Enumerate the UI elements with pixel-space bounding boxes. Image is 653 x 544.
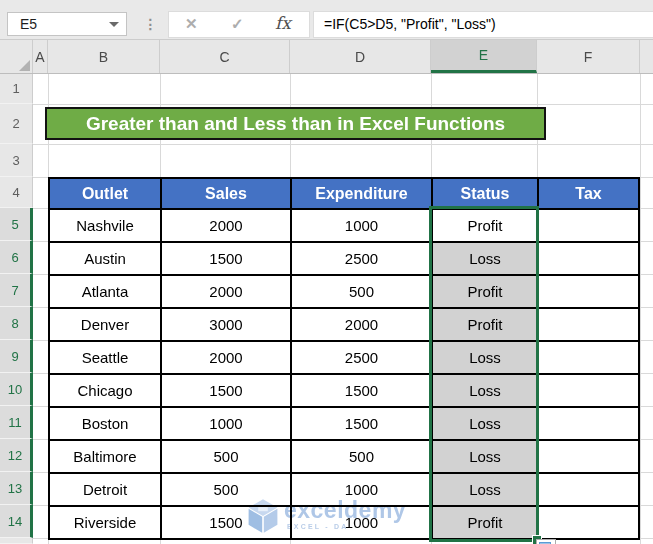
cell-d12[interactable]: 500 [291, 440, 432, 473]
cell-c7[interactable]: 2000 [161, 275, 291, 308]
table-row: Atlanta2000500Profit [49, 275, 639, 308]
name-box-dropdown-icon[interactable] [109, 22, 119, 27]
cell-c9[interactable]: 2000 [161, 341, 291, 374]
row-header-4[interactable]: 4 [0, 177, 33, 208]
cell-b7[interactable]: Atlanta [49, 275, 161, 308]
cell-f10[interactable] [538, 374, 639, 407]
cell-c10[interactable]: 1500 [161, 374, 291, 407]
row-header-13[interactable]: 13 [0, 472, 33, 505]
cancel-icon[interactable]: ✕ [185, 15, 198, 33]
cell-f11[interactable] [538, 407, 639, 440]
cell-d14[interactable]: 1000 [291, 506, 432, 539]
cell-c11[interactable]: 1000 [161, 407, 291, 440]
column-header-d[interactable]: D [290, 40, 431, 73]
cell-e9[interactable]: Loss [432, 341, 538, 374]
table-row: Baltimore500500Loss [49, 440, 639, 473]
cell-d11[interactable]: 1500 [291, 407, 432, 440]
row-header-8[interactable]: 8 [0, 307, 33, 340]
cell-d9[interactable]: 2500 [291, 341, 432, 374]
cell-f8[interactable] [538, 308, 639, 341]
cell-f12[interactable] [538, 440, 639, 473]
cell-b8[interactable]: Denver [49, 308, 161, 341]
name-box-value: E5 [8, 16, 109, 32]
cell-c12[interactable]: 500 [161, 440, 291, 473]
table-row: Detroit5001000Loss [49, 473, 639, 506]
cell-f9[interactable] [538, 341, 639, 374]
cell-d7[interactable]: 500 [291, 275, 432, 308]
row-header-11[interactable]: 11 [0, 406, 33, 439]
cell-e10[interactable]: Loss [432, 374, 538, 407]
enter-icon[interactable]: ✓ [231, 15, 244, 33]
formula-buttons: ✕ ✓ fx [168, 11, 310, 38]
name-box[interactable]: E5 [7, 12, 127, 36]
title-banner[interactable]: Greater than and Less than in Excel Func… [45, 107, 546, 140]
column-header-a[interactable]: A [33, 40, 48, 73]
row-header-12[interactable]: 12 [0, 439, 33, 472]
cell-e13[interactable]: Loss [432, 473, 538, 506]
row-header-15-partial[interactable] [0, 538, 33, 544]
table-row: Boston10001500Loss [49, 407, 639, 440]
table-row: Nashvile20001000Profit [49, 209, 639, 242]
cell-f14[interactable] [538, 506, 639, 539]
cell-d6[interactable]: 2500 [291, 242, 432, 275]
cell-e7[interactable]: Profit [432, 275, 538, 308]
cell-c6[interactable]: 1500 [161, 242, 291, 275]
cell-c5[interactable]: 2000 [161, 209, 291, 242]
table-row: Austin15002500Loss [49, 242, 639, 275]
excel-window: E5 ⋮ ✕ ✓ fx =IF(C5>D5, "Profit", "Loss")… [0, 0, 653, 544]
cell-b5[interactable]: Nashvile [49, 209, 161, 242]
cell-e5[interactable]: Profit [432, 209, 538, 242]
table-header-tax[interactable]: Tax [538, 178, 639, 209]
column-header-e[interactable]: E [431, 40, 537, 73]
cell-f5[interactable] [538, 209, 639, 242]
cell-f7[interactable] [538, 275, 639, 308]
formula-input[interactable]: =IF(C5>D5, "Profit", "Loss") [313, 11, 653, 38]
column-header-f[interactable]: F [537, 40, 640, 73]
row-header-14[interactable]: 14 [0, 505, 33, 538]
column-header-c[interactable]: C [160, 40, 290, 73]
gridline [33, 144, 653, 145]
cell-b13[interactable]: Detroit [49, 473, 161, 506]
cell-e14[interactable]: Profit [432, 506, 538, 539]
cell-d13[interactable]: 1000 [291, 473, 432, 506]
row-header-9[interactable]: 9 [0, 340, 33, 373]
cell-f13[interactable] [538, 473, 639, 506]
formula-value: =IF(C5>D5, "Profit", "Loss") [324, 16, 496, 32]
cell-b6[interactable]: Austin [49, 242, 161, 275]
cell-c13[interactable]: 500 [161, 473, 291, 506]
row-header-5[interactable]: 5 [0, 208, 33, 241]
row-header-1[interactable]: 1 [0, 74, 33, 104]
cell-f6[interactable] [538, 242, 639, 275]
row-header-10[interactable]: 10 [0, 373, 33, 406]
cell-d5[interactable]: 1000 [291, 209, 432, 242]
table-header-expenditure[interactable]: Expenditure [291, 178, 432, 209]
column-header-b[interactable]: B [48, 40, 160, 73]
cell-e11[interactable]: Loss [432, 407, 538, 440]
table-header-status[interactable]: Status [432, 178, 538, 209]
cell-b10[interactable]: Chicago [49, 374, 161, 407]
cell-b12[interactable]: Baltimore [49, 440, 161, 473]
cell-c8[interactable]: 3000 [161, 308, 291, 341]
cell-c14[interactable]: 1500 [161, 506, 291, 539]
cell-b14[interactable]: Riverside [49, 506, 161, 539]
cell-d8[interactable]: 2000 [291, 308, 432, 341]
row-header-6[interactable]: 6 [0, 241, 33, 274]
select-all-button[interactable] [0, 40, 33, 73]
insert-function-icon[interactable]: fx [275, 13, 291, 33]
formula-bar: E5 ⋮ ✕ ✓ fx =IF(C5>D5, "Profit", "Loss") [0, 0, 653, 40]
more-options-icon[interactable]: ⋮ [144, 12, 157, 36]
cell-d10[interactable]: 1500 [291, 374, 432, 407]
row-header-2[interactable]: 2 [0, 104, 33, 144]
cell-b11[interactable]: Boston [49, 407, 161, 440]
data-table: OutletSalesExpenditureStatusTax Nashvile… [48, 177, 640, 540]
cell-e8[interactable]: Profit [432, 308, 538, 341]
cell-e12[interactable]: Loss [432, 440, 538, 473]
autofill-options-button[interactable] [536, 539, 556, 544]
cell-e6[interactable]: Loss [432, 242, 538, 275]
table-header-sales[interactable]: Sales [161, 178, 291, 209]
row-header-7[interactable]: 7 [0, 274, 33, 307]
table-header-outlet[interactable]: Outlet [49, 178, 161, 209]
table-row: Chicago15001500Loss [49, 374, 639, 407]
cell-b9[interactable]: Seattle [49, 341, 161, 374]
row-header-3[interactable]: 3 [0, 144, 33, 177]
